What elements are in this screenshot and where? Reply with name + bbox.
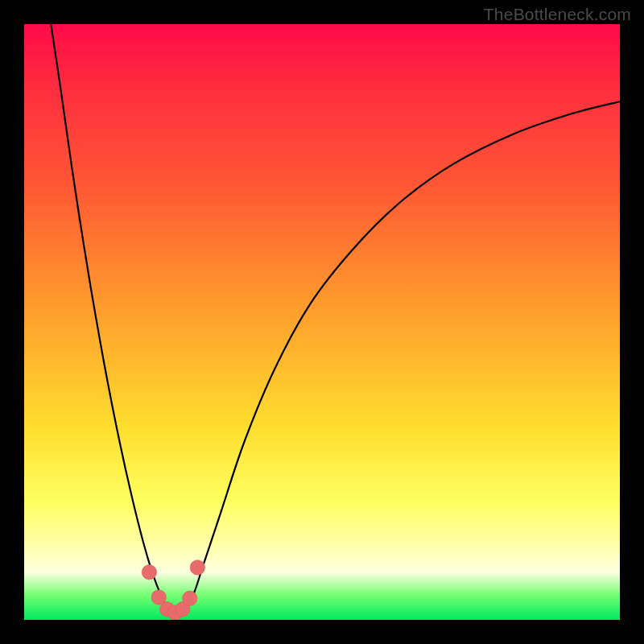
marker-point (190, 560, 205, 576)
plot-area (24, 24, 620, 620)
outer-frame: TheBottleneck.com (0, 0, 644, 644)
marker-point (182, 591, 197, 606)
marker-point (142, 565, 157, 580)
watermark-text: TheBottleneck.com (484, 5, 631, 24)
marker-group (142, 560, 204, 620)
marker-layer (24, 24, 620, 620)
